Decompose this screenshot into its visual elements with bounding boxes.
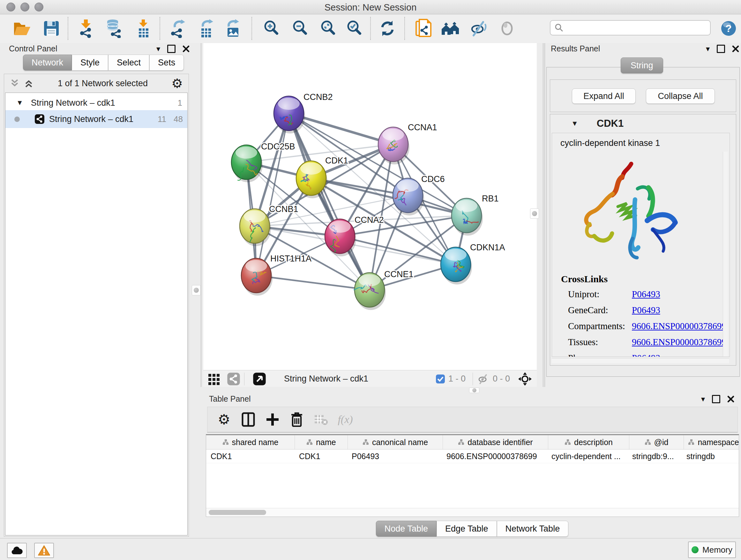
network-graph[interactable]: CCNB2CCNA1CDC25BCDK1CDC6RB1CCNB1CCNA2CDK…: [203, 43, 537, 370]
network-canvas[interactable]: CCNB2CCNA1CDC25BCDK1CDC6RB1CCNB1CCNA2CDK…: [203, 43, 537, 370]
column-header-database-identifier[interactable]: database identifier: [443, 435, 548, 449]
tab-node-table[interactable]: Node Table: [376, 521, 436, 537]
table-settings-gear-icon[interactable]: ⚙: [212, 413, 236, 427]
close-panel-icon[interactable]: [183, 45, 190, 52]
float-panel-icon[interactable]: [717, 45, 725, 53]
delete-table-icon[interactable]: [309, 414, 333, 425]
table-cell[interactable]: CDK1: [206, 449, 294, 463]
selected-checkbox-icon[interactable]: [435, 374, 445, 384]
table-cell[interactable]: stringdb:9...: [628, 449, 682, 463]
network-edge[interactable]: [289, 113, 369, 290]
open-session-icon[interactable]: [12, 18, 32, 39]
import-database-icon[interactable]: [104, 18, 124, 39]
left-splitter[interactable]: [192, 43, 203, 387]
home-view-icon[interactable]: [441, 18, 460, 39]
horizontal-splitter-handle[interactable]: [469, 388, 479, 393]
share-view-icon[interactable]: [227, 372, 240, 386]
zoom-fit-icon[interactable]: [319, 18, 338, 39]
table-horizontal-scrollbar[interactable]: [206, 508, 739, 516]
panel-menu-icon[interactable]: ▾: [156, 45, 160, 53]
column-header-namespace[interactable]: namespace: [684, 435, 741, 449]
export-image-icon[interactable]: [223, 18, 243, 39]
float-panel-icon[interactable]: [167, 45, 176, 53]
memory-button[interactable]: Memory: [688, 542, 736, 558]
tab-edge-table[interactable]: Edge Table: [436, 521, 497, 537]
gene-section-header[interactable]: ▼ CDK1: [550, 114, 736, 133]
panel-menu-icon[interactable]: ▾: [701, 395, 705, 403]
right-splitter[interactable]: [537, 43, 546, 387]
hide-labels-icon[interactable]: [468, 18, 488, 39]
left-splitter-handle[interactable]: [192, 285, 201, 295]
open-in-window-icon[interactable]: [253, 372, 266, 386]
export-network-icon[interactable]: [169, 18, 188, 39]
table-cell[interactable]: stringdb: [682, 449, 741, 463]
table-cell[interactable]: cyclin-dependent ...: [547, 449, 628, 463]
collapse-all-button[interactable]: Collapse All: [646, 88, 715, 104]
cloud-status-button[interactable]: [7, 543, 27, 558]
collapse-all-icon[interactable]: [9, 78, 20, 88]
tab-style[interactable]: Style: [72, 55, 108, 71]
close-panel-icon[interactable]: [727, 395, 734, 402]
zoom-in-icon[interactable]: [262, 18, 281, 39]
network-edge[interactable]: [256, 113, 289, 275]
crosslink-link[interactable]: P06493: [632, 289, 660, 300]
add-column-icon[interactable]: [260, 413, 285, 426]
network-node-HIST1H1A[interactable]: HIST1H1A: [241, 254, 312, 296]
network-node-CCNA2[interactable]: CCNA2: [325, 215, 384, 256]
network-node-CDKN1A[interactable]: CDKN1A: [441, 243, 505, 285]
network-options-gear-icon[interactable]: ⚙: [172, 77, 183, 90]
search-input[interactable]: [566, 22, 710, 34]
expand-all-button[interactable]: Expand All: [572, 88, 636, 104]
collection-expander-icon[interactable]: ▼: [16, 99, 23, 107]
import-table-icon[interactable]: [133, 18, 153, 39]
scrollbar-thumb[interactable]: [209, 510, 266, 515]
column-header-@id[interactable]: @id: [629, 435, 684, 449]
zoom-out-icon[interactable]: [290, 18, 310, 39]
hidden-items-icon[interactable]: [477, 373, 489, 385]
network-node-CDK1[interactable]: CDK1: [296, 156, 348, 198]
network-row-selected[interactable]: String Network – cdk1 11 48: [5, 110, 187, 128]
network-collection-row[interactable]: ▼ String Network – cdk1 1: [5, 96, 187, 110]
tab-network-table[interactable]: Network Table: [497, 521, 569, 537]
table-cell[interactable]: 9606.ENSP00000378699: [442, 449, 547, 463]
zoom-selected-icon[interactable]: [345, 18, 364, 39]
right-splitter-handle[interactable]: [530, 208, 539, 219]
tab-network[interactable]: Network: [23, 55, 72, 71]
delete-column-icon[interactable]: [285, 412, 309, 427]
help-icon[interactable]: ?: [719, 18, 738, 39]
crosslink-link[interactable]: P06493: [632, 305, 660, 315]
network-node-CCNB2[interactable]: CCNB2: [274, 92, 333, 133]
expand-all-icon[interactable]: [23, 78, 34, 88]
gene-expander-icon[interactable]: ▼: [571, 119, 578, 128]
network-node-CCNB1[interactable]: CCNB1: [240, 204, 298, 246]
network-edge[interactable]: [256, 275, 369, 290]
crosslink-link[interactable]: P06493: [632, 353, 660, 357]
crosslink-link[interactable]: 9606.ENSP00000378699: [632, 337, 726, 348]
search-field[interactable]: [550, 20, 711, 36]
function-builder-icon[interactable]: f(x): [333, 414, 357, 426]
table-cell[interactable]: P06493: [347, 449, 442, 463]
share-document-icon[interactable]: [414, 18, 433, 39]
horizontal-splitter[interactable]: [203, 387, 537, 393]
float-panel-icon[interactable]: [712, 395, 720, 403]
import-network-icon[interactable]: [76, 18, 96, 39]
column-header-canonical-name[interactable]: canonical name: [348, 435, 443, 449]
tab-select[interactable]: Select: [108, 55, 149, 71]
results-tab-string[interactable]: String: [621, 57, 663, 73]
tab-sets[interactable]: Sets: [149, 55, 184, 71]
close-panel-icon[interactable]: [732, 45, 739, 52]
refresh-layout-icon[interactable]: [378, 18, 397, 39]
column-header-shared-name[interactable]: shared name: [206, 435, 295, 449]
table-cell[interactable]: CDK1: [294, 449, 347, 463]
warnings-button[interactable]: [34, 543, 54, 558]
column-header-description[interactable]: description: [548, 435, 629, 449]
column-header-name[interactable]: name: [295, 435, 348, 449]
network-node-CCNE1[interactable]: CCNE1: [354, 269, 413, 310]
results-horizontal-scrollbar[interactable]: [552, 358, 729, 363]
crosslink-link[interactable]: 9606.ENSP00000378699: [632, 321, 726, 331]
grid-view-icon[interactable]: [208, 373, 220, 385]
show-columns-icon[interactable]: [236, 412, 260, 427]
panel-menu-icon[interactable]: ▾: [706, 45, 710, 53]
show-eye-icon[interactable]: [497, 18, 517, 39]
save-session-icon[interactable]: [42, 18, 61, 39]
